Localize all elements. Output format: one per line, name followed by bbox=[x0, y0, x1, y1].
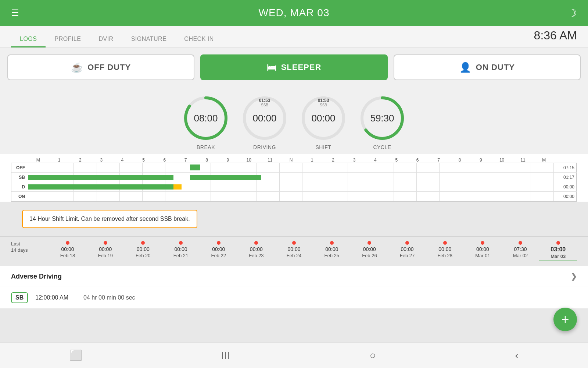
on-duty-button[interactable]: 👤 ON DUTY bbox=[394, 54, 581, 80]
hour-9-am: 9 bbox=[217, 158, 238, 163]
hour-1-am: 1 bbox=[49, 158, 69, 163]
bottom-nav-save-icon[interactable]: ⬜ bbox=[69, 349, 82, 361]
day-feb21[interactable]: 00:00 Feb 21 bbox=[162, 241, 200, 258]
bottom-nav-back-icon[interactable]: ‹ bbox=[515, 350, 518, 361]
day-feb28[interactable]: 00:00 Feb 28 bbox=[426, 241, 464, 258]
dot-mar02 bbox=[519, 241, 522, 245]
date-feb26: Feb 26 bbox=[362, 253, 377, 258]
bar-area-on bbox=[28, 192, 577, 201]
log-duration: 04 hr 00 min 00 sec bbox=[83, 294, 135, 301]
sleeper-button[interactable]: 🛏 SLEEPER bbox=[200, 54, 387, 80]
day-feb23[interactable]: 00:00 Feb 23 bbox=[237, 241, 275, 258]
date-feb25: Feb 25 bbox=[324, 253, 339, 258]
dot-feb24 bbox=[292, 241, 296, 245]
tab-dvir[interactable]: DVIR bbox=[90, 36, 122, 47]
gauge-break: 08:00 BREAK bbox=[182, 94, 230, 150]
hour-3-am: 3 bbox=[91, 158, 112, 163]
time-feb25: 00:00 bbox=[325, 246, 338, 252]
warning-box: 14 Hour Shift Limit. Can be removed afte… bbox=[22, 210, 197, 228]
bottom-nav: ⬜ ||| ○ ‹ bbox=[0, 342, 588, 368]
shift-ssb-time: 01:53 bbox=[318, 98, 329, 103]
date-mar03: Mar 03 bbox=[551, 254, 566, 259]
hour-4-pm: 4 bbox=[365, 158, 386, 163]
bar-area-off bbox=[28, 163, 577, 172]
header-date: WED, MAR 03 bbox=[258, 7, 329, 19]
day-feb18[interactable]: 00:00 Feb 18 bbox=[49, 241, 87, 258]
warning-container: 14 Hour Shift Limit. Can be removed afte… bbox=[0, 202, 588, 236]
dot-feb26 bbox=[368, 241, 371, 245]
last14-label2: 14 days bbox=[11, 247, 28, 253]
tab-logs[interactable]: LOGS bbox=[11, 36, 46, 47]
hour-1-pm: 1 bbox=[302, 158, 323, 163]
log-badge: SB bbox=[11, 292, 28, 303]
bottom-nav-home-icon[interactable]: ○ bbox=[370, 350, 376, 361]
date-feb27: Feb 27 bbox=[400, 253, 415, 258]
shift-ssb-label: SSB bbox=[318, 103, 329, 107]
moon-icon[interactable]: ☽ bbox=[568, 7, 577, 19]
last14-days-item[interactable]: Last 14 days bbox=[11, 241, 49, 253]
dot-feb28 bbox=[443, 241, 447, 245]
onduty-icon: 👤 bbox=[459, 62, 472, 73]
row-label-on: ON bbox=[11, 194, 28, 199]
day-feb22[interactable]: 00:00 Feb 22 bbox=[200, 241, 237, 258]
date-feb20: Feb 20 bbox=[136, 253, 150, 258]
menu-icon[interactable]: ☰ bbox=[11, 8, 19, 18]
gauge-cycle: 59:30 CYCLE bbox=[358, 94, 406, 150]
warning-text: 14 Hour Shift Limit. Can be removed afte… bbox=[29, 216, 190, 222]
gauge-driving: 01:53 SSB 00:00 DRIVING bbox=[241, 94, 288, 150]
row-label-d: D bbox=[11, 184, 28, 190]
day-feb27[interactable]: 00:00 Feb 27 bbox=[388, 241, 426, 258]
time-mar03: 03:00 bbox=[551, 246, 566, 253]
hour-9-pm: 9 bbox=[470, 158, 491, 163]
gauges-section: 08:00 BREAK 01:53 SSB 00:00 bbox=[0, 87, 588, 154]
hour-N: N bbox=[280, 158, 301, 163]
fab-add-button[interactable]: + bbox=[553, 308, 577, 331]
row-time-sb: 01:17 bbox=[556, 175, 577, 180]
driving-label: DRIVING bbox=[253, 144, 276, 150]
hour-6-pm: 6 bbox=[407, 158, 428, 163]
log-time: 12:00:00 AM bbox=[35, 294, 68, 301]
dot-feb27 bbox=[405, 241, 409, 245]
hour-4-am: 4 bbox=[112, 158, 133, 163]
time-feb27: 00:00 bbox=[401, 246, 414, 252]
dot-feb18 bbox=[66, 241, 69, 245]
hour-5-pm: 5 bbox=[386, 158, 407, 163]
hour-11-pm: 11 bbox=[512, 158, 533, 163]
time-mar02: 07:30 bbox=[514, 246, 527, 252]
day-feb20[interactable]: 00:00 Feb 20 bbox=[124, 241, 162, 258]
timeline-section: M 1 2 3 4 5 6 7 8 9 10 11 N 1 2 3 4 5 6 … bbox=[0, 154, 588, 202]
date-feb28: Feb 28 bbox=[437, 253, 452, 258]
timeline-row-on: ON bbox=[11, 192, 577, 201]
time-feb21: 00:00 bbox=[175, 246, 187, 252]
time-feb22: 00:00 bbox=[212, 246, 225, 252]
day-feb19[interactable]: 00:00 Feb 19 bbox=[86, 241, 124, 258]
day-feb26[interactable]: 00:00 Feb 26 bbox=[351, 241, 388, 258]
day-mar01[interactable]: 00:00 Mar 01 bbox=[464, 241, 502, 258]
bottom-nav-menu-icon[interactable]: ||| bbox=[222, 351, 231, 360]
day-feb24[interactable]: 00:00 Feb 24 bbox=[275, 241, 313, 258]
timeline-row-d: D bbox=[11, 182, 577, 192]
dot-feb21 bbox=[179, 241, 183, 245]
day-mar03-active[interactable]: 03:00 Mar 03 bbox=[539, 241, 577, 261]
bar-area-d bbox=[28, 182, 577, 191]
date-feb22: Feb 22 bbox=[211, 253, 226, 258]
adverse-driving-chevron: ❯ bbox=[571, 272, 577, 281]
day-feb25[interactable]: 00:00 Feb 25 bbox=[313, 241, 351, 258]
dot-feb23 bbox=[254, 241, 258, 245]
day-mar02[interactable]: 07:30 Mar 02 bbox=[502, 241, 539, 258]
duty-buttons: ☕ OFF DUTY 🛏 SLEEPER 👤 ON DUTY bbox=[0, 48, 588, 87]
on-duty-label: ON DUTY bbox=[476, 63, 515, 72]
hour-M-am: M bbox=[28, 158, 49, 163]
tab-checkin[interactable]: CHECK IN bbox=[175, 36, 222, 47]
hour-8-am: 8 bbox=[196, 158, 217, 163]
date-feb18: Feb 18 bbox=[60, 253, 75, 258]
tab-signature[interactable]: SIGNATURE bbox=[122, 36, 176, 47]
hour-8-pm: 8 bbox=[449, 158, 470, 163]
tab-profile[interactable]: PROFILE bbox=[46, 36, 90, 47]
time-feb20: 00:00 bbox=[137, 246, 150, 252]
hour-10-pm: 10 bbox=[491, 158, 512, 163]
row-time-on: 00:00 bbox=[556, 194, 577, 199]
adverse-driving-row[interactable]: Adverse Driving ❯ bbox=[0, 266, 588, 287]
off-duty-button[interactable]: ☕ OFF DUTY bbox=[7, 54, 194, 80]
hour-6-am: 6 bbox=[154, 158, 175, 163]
